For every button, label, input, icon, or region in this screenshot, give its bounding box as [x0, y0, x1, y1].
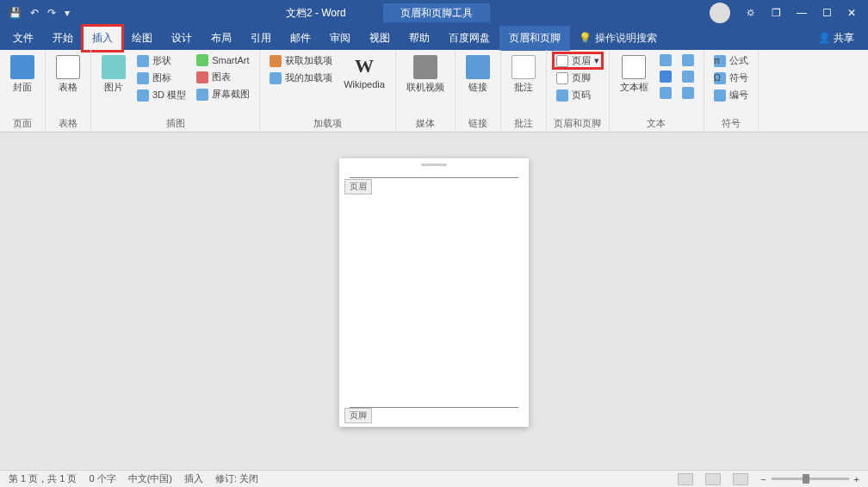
group-links: 链接 链接 — [456, 50, 501, 132]
group-illustrations: 图片 形状 图标 3D 模型 SmartArt 图表 屏幕截图 插图 — [91, 50, 260, 132]
group-pages-label: 页面 — [7, 115, 38, 130]
quick-parts-button[interactable] — [657, 53, 674, 67]
textbox-button[interactable]: 文本框 — [617, 53, 652, 96]
group-tables-label: 表格 — [53, 115, 84, 130]
document-workspace[interactable]: 页眉 页脚 — [0, 133, 868, 470]
wikipedia-button[interactable]: WWikipedia — [340, 53, 388, 91]
screenshot-icon — [196, 89, 208, 101]
pictures-button[interactable]: 图片 — [98, 53, 129, 96]
signature-button[interactable] — [679, 53, 697, 67]
my-addins-button[interactable]: 我的加载项 — [267, 71, 335, 85]
models-button[interactable]: 3D 模型 — [134, 88, 189, 102]
group-media: 联机视频 媒体 — [396, 50, 456, 132]
smartart-icon — [196, 54, 208, 66]
dropcap-button[interactable] — [657, 86, 674, 100]
number-icon — [714, 89, 726, 102]
date-button[interactable] — [679, 70, 697, 83]
symbol-button[interactable]: Ω符号 — [711, 71, 751, 85]
smartart-button[interactable]: SmartArt — [194, 53, 252, 67]
object-button[interactable] — [679, 86, 697, 100]
group-symbols: π公式 Ω符号 编号 符号 — [704, 50, 759, 132]
view-print-button[interactable] — [705, 473, 721, 485]
document-page[interactable]: 页眉 页脚 — [339, 158, 529, 427]
table-icon — [56, 55, 80, 79]
tab-baidu[interactable]: 百度网盘 — [439, 26, 499, 51]
status-words[interactable]: 0 个字 — [89, 472, 115, 485]
tab-review[interactable]: 审阅 — [320, 26, 360, 51]
online-video-button[interactable]: 联机视频 — [403, 53, 448, 96]
tab-design[interactable]: 设计 — [162, 26, 202, 51]
tab-layout[interactable]: 布局 — [202, 26, 241, 51]
header-boundary — [350, 177, 518, 178]
tab-mailings[interactable]: 邮件 — [281, 26, 320, 51]
footer-boundary — [350, 407, 518, 408]
group-symbols-label: 符号 — [711, 115, 751, 130]
table-button[interactable]: 表格 — [53, 53, 84, 96]
shapes-button[interactable]: 形状 — [134, 53, 189, 68]
restore-icon[interactable]: ❐ — [772, 7, 781, 19]
status-insert[interactable]: 插入 — [184, 472, 203, 485]
tell-me-search[interactable]: 💡 操作说明搜索 — [570, 31, 666, 46]
video-icon — [413, 55, 437, 79]
footer-button[interactable]: 页脚 — [554, 71, 602, 85]
header-icon — [556, 55, 568, 67]
wordart-button[interactable] — [657, 70, 674, 83]
tab-references[interactable]: 引用 — [241, 26, 281, 51]
quickparts-icon — [660, 54, 672, 66]
group-links-label: 链接 — [462, 115, 493, 130]
footer-icon — [556, 72, 568, 84]
view-read-button[interactable] — [678, 473, 693, 485]
icons-button[interactable]: 图标 — [134, 71, 189, 85]
group-comments: 批注 批注 — [501, 50, 547, 132]
undo-icon[interactable]: ↶ — [30, 7, 39, 19]
save-icon[interactable]: 💾 — [9, 7, 22, 19]
ribbon-options-icon[interactable]: ⛭ — [746, 7, 756, 19]
group-addins: 获取加载项 我的加载项 WWikipedia 加载项 — [260, 50, 396, 132]
share-icon: 👤 — [818, 32, 831, 44]
page-number-button[interactable]: 页码 — [554, 88, 602, 102]
chart-button[interactable]: 图表 — [194, 70, 252, 84]
tab-header-footer[interactable]: 页眉和页脚 — [499, 26, 570, 51]
minimize-icon[interactable]: — — [797, 7, 807, 19]
tab-insert[interactable]: 插入 — [83, 26, 122, 51]
zoom-slider[interactable] — [772, 478, 849, 480]
qat-more-icon[interactable]: ▾ — [65, 7, 70, 19]
link-icon — [466, 55, 490, 79]
share-button[interactable]: 👤 共享 — [808, 31, 865, 46]
group-addins-label: 加载项 — [267, 115, 388, 130]
footer-tag: 页脚 — [344, 408, 372, 423]
pagenum-icon — [556, 89, 568, 102]
group-illus-label: 插图 — [98, 115, 252, 130]
zoom-in-button[interactable]: + — [854, 474, 859, 484]
status-lang[interactable]: 中文(中国) — [128, 472, 172, 485]
link-button[interactable]: 链接 — [462, 53, 493, 96]
tab-file[interactable]: 文件 — [3, 26, 43, 51]
equation-button[interactable]: π公式 — [711, 53, 751, 68]
cover-page-button[interactable]: 封面 — [7, 53, 38, 96]
close-icon[interactable]: ✕ — [847, 7, 856, 19]
tab-help[interactable]: 帮助 — [400, 26, 439, 51]
maximize-icon[interactable]: ☐ — [822, 7, 832, 19]
group-comments-label: 批注 — [508, 115, 539, 130]
header-button[interactable]: 页眉 ▾ — [554, 53, 602, 68]
comment-button[interactable]: 批注 — [508, 53, 539, 96]
screenshot-button[interactable]: 屏幕截图 — [194, 87, 252, 102]
tab-view[interactable]: 视图 — [360, 26, 400, 51]
get-addins-button[interactable]: 获取加载项 — [267, 53, 335, 68]
tab-home[interactable]: 开始 — [43, 26, 83, 51]
user-avatar[interactable] — [710, 3, 730, 23]
sig-icon — [682, 54, 694, 66]
pictures-icon — [102, 55, 126, 79]
status-track[interactable]: 修订: 关闭 — [215, 472, 258, 485]
obj-icon — [682, 87, 694, 99]
group-pages: 封面 页面 — [0, 50, 46, 132]
redo-icon[interactable]: ↷ — [47, 7, 56, 19]
group-header-footer: 页眉 ▾ 页脚 页码 页眉和页脚 — [547, 50, 610, 132]
zoom-thumb[interactable] — [803, 474, 809, 484]
status-page[interactable]: 第 1 页，共 1 页 — [9, 472, 77, 485]
view-web-button[interactable] — [733, 473, 748, 485]
symbol-icon: Ω — [714, 72, 726, 84]
zoom-out-button[interactable]: − — [760, 474, 766, 484]
number-button[interactable]: 编号 — [711, 88, 751, 102]
tab-draw[interactable]: 绘图 — [122, 26, 162, 51]
